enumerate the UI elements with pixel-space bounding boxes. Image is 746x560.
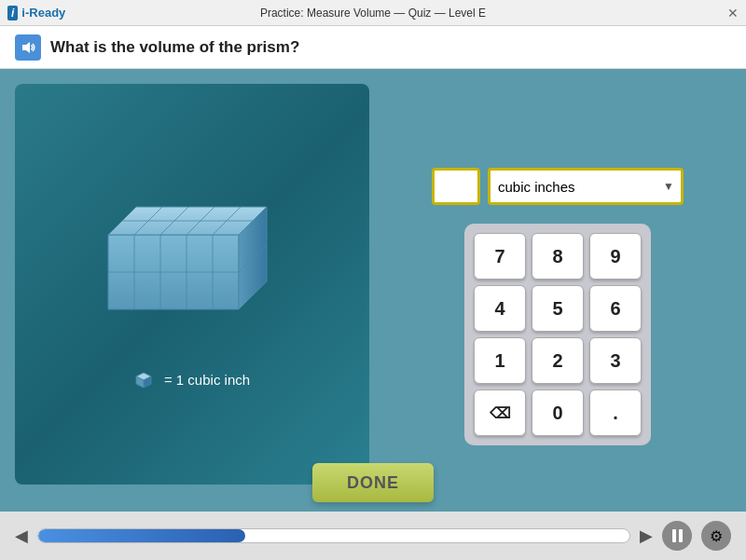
numpad-.-button[interactable]: . (589, 389, 642, 436)
prism-diagram (90, 179, 295, 332)
sound-icon[interactable] (15, 34, 41, 61)
pause-button[interactable] (662, 521, 692, 551)
numpad-3-button[interactable]: 3 (589, 337, 642, 384)
numpad-9-button[interactable]: 9 (589, 233, 642, 280)
numpad-2-button[interactable]: 2 (532, 337, 584, 384)
question-bar: What is the volume of the prism? (0, 26, 746, 69)
progress-bar-container (37, 528, 630, 543)
numpad-1-button[interactable]: 1 (474, 337, 526, 384)
numpad-0-button[interactable]: 0 (532, 389, 584, 436)
units-select[interactable]: cubic inchescubic feetcubic centimetersc… (488, 168, 684, 205)
svg-marker-0 (22, 42, 30, 53)
left-panel: = 1 cubic inch (15, 84, 369, 485)
right-panel: cubic inchescubic feetcubic centimetersc… (384, 84, 731, 445)
numpad-5-button[interactable]: 5 (532, 285, 584, 332)
logo-text: i-Ready (21, 6, 65, 20)
done-button[interactable]: DONE (312, 463, 434, 502)
numpad-6-button[interactable]: 6 (589, 285, 642, 332)
numpad-8-button[interactable]: 8 (532, 233, 584, 280)
window-title: Practice: Measure Volume — Quiz — Level … (260, 7, 486, 20)
bottom-bar: ◀ ▶ ⚙ (0, 512, 746, 560)
answer-row: cubic inchescubic feetcubic centimetersc… (432, 168, 684, 205)
nav-right-button[interactable]: ▶ (640, 526, 653, 546)
nav-left-button[interactable]: ◀ (15, 526, 28, 546)
app-logo: i i-Ready (7, 6, 65, 20)
legend-text: = 1 cubic inch (164, 372, 250, 388)
units-wrapper: cubic inchescubic feetcubic centimetersc… (488, 168, 684, 205)
numpad-7-button[interactable]: 7 (474, 233, 526, 280)
backspace-button[interactable]: ⌫ (474, 389, 526, 436)
answer-input[interactable] (432, 168, 480, 205)
legend-cube-icon (134, 369, 155, 389)
numpad: 789456123⌫0. (464, 224, 651, 445)
close-button[interactable]: ✕ (727, 6, 739, 20)
progress-bar-fill (38, 529, 245, 542)
legend: = 1 cubic inch (134, 369, 250, 389)
logo-i-badge: i (7, 6, 18, 20)
numpad-4-button[interactable]: 4 (474, 285, 526, 332)
question-text: What is the volume of the prism? (50, 38, 299, 57)
main-content: = 1 cubic inch cubic inchescubic feetcub… (0, 69, 746, 512)
settings-button[interactable]: ⚙ (701, 521, 731, 551)
titlebar: i i-Ready Practice: Measure Volume — Qui… (0, 0, 746, 26)
